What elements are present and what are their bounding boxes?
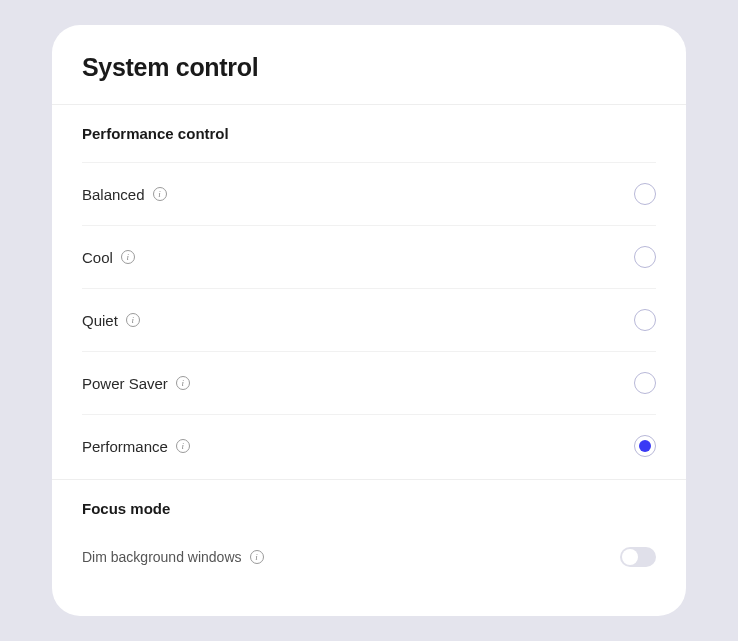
option-label: Cool: [82, 249, 113, 266]
card-title: System control: [82, 53, 656, 82]
option-row-performance[interactable]: Performance i: [82, 414, 656, 477]
radio-performance[interactable]: [634, 435, 656, 457]
option-label-wrap: Quiet i: [82, 312, 140, 329]
performance-options-list: Balanced i Cool i Quiet i Power Saver i: [52, 154, 686, 477]
toggle-label-wrap: Dim background windows i: [82, 549, 264, 565]
option-label: Power Saver: [82, 375, 168, 392]
info-icon[interactable]: i: [176, 376, 190, 390]
option-row-power-saver[interactable]: Power Saver i: [82, 351, 656, 414]
info-icon[interactable]: i: [126, 313, 140, 327]
option-row-balanced[interactable]: Balanced i: [82, 162, 656, 225]
card-header: System control: [52, 25, 686, 105]
radio-power-saver[interactable]: [634, 372, 656, 394]
info-icon[interactable]: i: [121, 250, 135, 264]
system-control-card: System control Performance control Balan…: [52, 25, 686, 616]
option-label: Balanced: [82, 186, 145, 203]
radio-quiet[interactable]: [634, 309, 656, 331]
option-label-wrap: Power Saver i: [82, 375, 190, 392]
performance-section-header: Performance control: [52, 105, 686, 154]
dim-background-toggle[interactable]: [620, 547, 656, 567]
option-label-wrap: Performance i: [82, 438, 190, 455]
option-label-wrap: Cool i: [82, 249, 135, 266]
radio-balanced[interactable]: [634, 183, 656, 205]
toggle-knob: [622, 549, 638, 565]
option-label: Quiet: [82, 312, 118, 329]
option-row-cool[interactable]: Cool i: [82, 225, 656, 288]
dim-background-label: Dim background windows: [82, 549, 242, 565]
focus-section-title: Focus mode: [82, 500, 656, 517]
info-icon[interactable]: i: [153, 187, 167, 201]
option-row-quiet[interactable]: Quiet i: [82, 288, 656, 351]
dim-background-row: Dim background windows i: [52, 529, 686, 587]
option-label: Performance: [82, 438, 168, 455]
info-icon[interactable]: i: [176, 439, 190, 453]
option-label-wrap: Balanced i: [82, 186, 167, 203]
focus-section-header: Focus mode: [52, 480, 686, 529]
performance-section-title: Performance control: [82, 125, 656, 142]
radio-cool[interactable]: [634, 246, 656, 268]
info-icon[interactable]: i: [250, 550, 264, 564]
